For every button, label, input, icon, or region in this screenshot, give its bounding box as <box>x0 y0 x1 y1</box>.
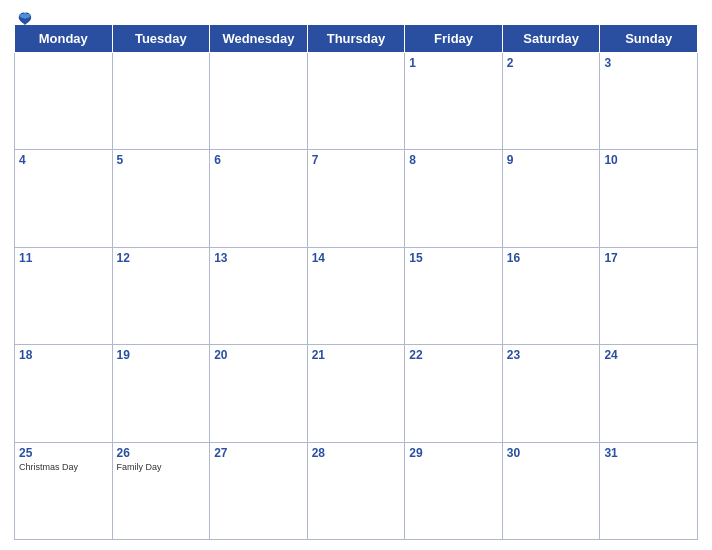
day-number: 1 <box>409 56 498 70</box>
day-number: 19 <box>117 348 206 362</box>
header-sunday: Sunday <box>600 25 698 53</box>
calendar-cell: 20 <box>210 345 308 442</box>
header-wednesday: Wednesday <box>210 25 308 53</box>
calendar-week-row: 11121314151617 <box>15 247 698 344</box>
calendar-cell: 13 <box>210 247 308 344</box>
calendar-cell: 10 <box>600 150 698 247</box>
calendar-cell: 29 <box>405 442 503 539</box>
calendar-cell: 1 <box>405 53 503 150</box>
calendar-cell: 8 <box>405 150 503 247</box>
day-number: 10 <box>604 153 693 167</box>
day-number: 14 <box>312 251 401 265</box>
header-tuesday: Tuesday <box>112 25 210 53</box>
calendar-cell: 5 <box>112 150 210 247</box>
weekday-header-row: Monday Tuesday Wednesday Thursday Friday… <box>15 25 698 53</box>
calendar-cell: 27 <box>210 442 308 539</box>
calendar-cell: 7 <box>307 150 405 247</box>
calendar-cell: 19 <box>112 345 210 442</box>
calendar-cell: 31 <box>600 442 698 539</box>
header-monday: Monday <box>15 25 113 53</box>
calendar-cell: 12 <box>112 247 210 344</box>
day-number: 23 <box>507 348 596 362</box>
calendar-cell: 24 <box>600 345 698 442</box>
day-number: 5 <box>117 153 206 167</box>
calendar-cell <box>307 53 405 150</box>
calendar-cell: 6 <box>210 150 308 247</box>
day-number: 6 <box>214 153 303 167</box>
day-number: 29 <box>409 446 498 460</box>
day-number: 7 <box>312 153 401 167</box>
calendar-cell: 16 <box>502 247 600 344</box>
day-number: 31 <box>604 446 693 460</box>
calendar-cell <box>112 53 210 150</box>
logo-bird-icon <box>16 10 34 28</box>
calendar-cell: 25Christmas Day <box>15 442 113 539</box>
calendar-cell: 22 <box>405 345 503 442</box>
calendar-header <box>14 10 698 24</box>
day-number: 2 <box>507 56 596 70</box>
header-thursday: Thursday <box>307 25 405 53</box>
calendar-week-row: 123 <box>15 53 698 150</box>
calendar-cell: 28 <box>307 442 405 539</box>
day-number: 8 <box>409 153 498 167</box>
calendar-cell: 18 <box>15 345 113 442</box>
day-number: 26 <box>117 446 206 460</box>
holiday-name: Christmas Day <box>19 462 108 472</box>
calendar-cell: 11 <box>15 247 113 344</box>
day-number: 13 <box>214 251 303 265</box>
header-saturday: Saturday <box>502 25 600 53</box>
day-number: 20 <box>214 348 303 362</box>
calendar-week-row: 25Christmas Day26Family Day2728293031 <box>15 442 698 539</box>
logo-area <box>14 10 34 28</box>
day-number: 15 <box>409 251 498 265</box>
calendar-cell <box>210 53 308 150</box>
day-number: 21 <box>312 348 401 362</box>
day-number: 3 <box>604 56 693 70</box>
calendar-week-row: 45678910 <box>15 150 698 247</box>
calendar-cell: 9 <box>502 150 600 247</box>
day-number: 30 <box>507 446 596 460</box>
day-number: 25 <box>19 446 108 460</box>
day-number: 9 <box>507 153 596 167</box>
calendar-week-row: 18192021222324 <box>15 345 698 442</box>
day-number: 24 <box>604 348 693 362</box>
calendar-table: Monday Tuesday Wednesday Thursday Friday… <box>14 24 698 540</box>
calendar-cell: 3 <box>600 53 698 150</box>
day-number: 22 <box>409 348 498 362</box>
day-number: 27 <box>214 446 303 460</box>
day-number: 17 <box>604 251 693 265</box>
calendar-cell: 4 <box>15 150 113 247</box>
calendar-cell: 21 <box>307 345 405 442</box>
day-number: 18 <box>19 348 108 362</box>
header-friday: Friday <box>405 25 503 53</box>
calendar-cell: 23 <box>502 345 600 442</box>
calendar-cell: 14 <box>307 247 405 344</box>
calendar-cell: 26Family Day <box>112 442 210 539</box>
calendar-cell <box>15 53 113 150</box>
calendar-cell: 30 <box>502 442 600 539</box>
day-number: 4 <box>19 153 108 167</box>
calendar-cell: 17 <box>600 247 698 344</box>
day-number: 12 <box>117 251 206 265</box>
day-number: 28 <box>312 446 401 460</box>
calendar-wrapper: Monday Tuesday Wednesday Thursday Friday… <box>0 0 712 550</box>
holiday-name: Family Day <box>117 462 206 472</box>
calendar-cell: 2 <box>502 53 600 150</box>
day-number: 11 <box>19 251 108 265</box>
calendar-cell: 15 <box>405 247 503 344</box>
day-number: 16 <box>507 251 596 265</box>
